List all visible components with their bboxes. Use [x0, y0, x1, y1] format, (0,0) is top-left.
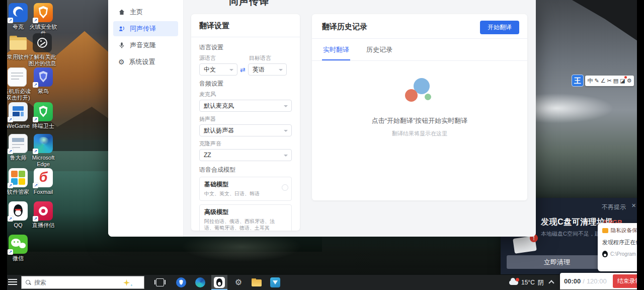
history-tabs: 实时翻译 历史记录 — [312, 39, 527, 61]
taskbar-item-guard[interactable] — [173, 275, 189, 290]
desktop-icon-label: 了解有关此图片的信息 — [28, 54, 56, 67]
taskbar-item-settings[interactable]: ⚙ — [230, 275, 247, 290]
qq-icon — [214, 277, 225, 288]
wechat-icon: ↗ — [9, 235, 28, 254]
desktop-icon-label: 鲁大师 — [4, 155, 32, 161]
close-icon[interactable]: × — [631, 201, 636, 209]
desktop-icon-wegame[interactable]: ↗ WeGame — [4, 102, 32, 129]
desktop-icon-label: 直播伴侣 — [29, 222, 57, 229]
basic-model-title: 基础模型 — [204, 180, 279, 189]
desktop-icon-image-info[interactable]: 了解有关此图片的信息 — [28, 33, 56, 67]
interpreter-app-window: 主页 同声传译 声音克隆 ⚙ 系统设置 同声传译 翻译设置 语言设置 — [108, 0, 536, 237]
search-icon — [26, 280, 31, 285]
desktop-icon-software-manager[interactable]: ↗ 软件管家 — [4, 168, 32, 195]
interpreter-icon — [118, 25, 125, 32]
shortcut-arrow-badge: ↗ — [33, 82, 38, 88]
desktop-icon-edge[interactable]: ↗ Microsoft Edge — [29, 134, 57, 168]
desktop-icon-wechat[interactable]: ↗ 微信 — [4, 235, 32, 262]
live-companion-icon: ↗ — [34, 201, 53, 221]
desktop-icon-label: Microsoft Edge — [29, 155, 57, 168]
sparkle-icon — [123, 279, 130, 286]
swap-languages-icon[interactable]: ⇄ — [240, 66, 246, 73]
desktop-icon-qq[interactable]: ↗ QQ — [4, 201, 32, 229]
dismiss-link[interactable]: 不再提示 — [602, 203, 626, 211]
sidebar-item-home[interactable]: 主页 — [113, 5, 178, 20]
desktop-icon-quark[interactable]: ↗ 夸克 — [4, 3, 32, 30]
microphone-icon — [118, 42, 125, 49]
taskbar-item-teal-app[interactable] — [267, 275, 283, 290]
desktop-icon-label: 装机后必读(双击打开) — [3, 88, 31, 101]
target-language-select[interactable]: 英语 — [248, 63, 287, 76]
tray-expand-icon[interactable] — [548, 280, 554, 285]
desktop-icon-foxmail[interactable]: б↗ Foxmail — [29, 168, 57, 195]
desktop-icon-label: 终端卫士 — [29, 123, 57, 129]
advanced-model-option[interactable]: 高级模型 阿拉伯语、俄语、西班牙语、法语、葡萄牙语、德语、土耳其语、荷兰语、乌克… — [199, 204, 292, 231]
shortcut-arrow-badge: ↗ — [33, 117, 38, 122]
desktop-icon-guard[interactable]: ↗ 终端卫士 — [29, 102, 57, 129]
tab-history[interactable]: 历史记录 — [365, 39, 393, 60]
basic-model-option[interactable]: 基础模型 中文、英文、日语、韩语 — [199, 177, 292, 201]
sidebar-item-system-settings[interactable]: ⚙ 系统设置 — [113, 54, 178, 69]
brush-icon[interactable]: ◪ — [620, 78, 625, 84]
app-content: 同声传译 翻译设置 语言设置 源语言 目标语言 中文 ⇄ 英语 音频设置 — [184, 0, 536, 237]
translation-history-card: 翻译历史记录 开始翻译 实时翻译 历史记录 点击“开始翻译”按钮开始实时翻译 翻… — [312, 14, 527, 200]
ruler-icon[interactable]: ∠ — [601, 78, 606, 84]
tab-realtime[interactable]: 实时翻译 — [322, 39, 350, 60]
desktop-icon-ludashi[interactable]: ↗ 鲁大师 — [4, 134, 32, 161]
task-view-icon[interactable] — [156, 278, 164, 286]
teal-app-icon — [270, 277, 280, 287]
sidebar-item-voice-clone[interactable]: 声音克隆 — [113, 38, 178, 53]
desktop-icon-readme[interactable]: 装机后必读(双击打开) — [3, 67, 31, 101]
total-time: 120:00 — [587, 277, 607, 285]
sidebar-item-interpretation[interactable]: 同声传译 — [113, 21, 178, 36]
app-sidebar: 主页 同声传译 声音克隆 ⚙ 系统设置 — [108, 0, 184, 237]
mic-label: 麦克风 — [199, 91, 292, 98]
recorder-logo-icon[interactable]: 王 — [572, 75, 584, 87]
desktop-icon-label: 夸克 — [4, 24, 32, 30]
desktop-icon-ziniao[interactable]: ↗ 紫鸟 — [29, 67, 57, 95]
edge-icon: ↗ — [34, 134, 53, 153]
shortcut-arrow-badge: ↗ — [8, 18, 13, 23]
weather-widget[interactable]: 15°C 阴 — [509, 275, 544, 290]
speaker-select[interactable]: 默认扬声器 — [199, 124, 292, 136]
sidebar-item-label: 同声传译 — [130, 24, 156, 33]
start-translation-button[interactable]: 开始翻译 — [480, 21, 519, 34]
panel-icon[interactable]: ▤ — [613, 78, 618, 84]
subtitle-icon[interactable]: 中 — [588, 78, 593, 84]
wegame-icon: ↗ — [9, 102, 28, 121]
search-box[interactable]: 搜索 — [21, 276, 144, 289]
empty-state-title: 点击“开始翻译”按钮开始实时翻译 — [312, 116, 527, 125]
huorong-security-icon: ↗ — [34, 3, 53, 22]
start-menu-icon[interactable] — [8, 279, 17, 286]
advanced-model-title: 高级模型 — [204, 208, 279, 216]
quark-browser-icon: ↗ — [9, 3, 28, 22]
taskbar-item-qq-active[interactable] — [211, 275, 227, 290]
desktop-icon-huorong[interactable]: ↗ 火绒安全软件 — [29, 3, 57, 37]
screen: ↗ 夸克 ↗ 火绒安全软件 常用软件 了解有关此图片的信息 装机后必读(双击打开… — [0, 0, 644, 290]
wallpaper-reflection — [181, 237, 302, 262]
cloud-icon — [509, 280, 518, 285]
orange-bubble — [405, 89, 418, 102]
toolbar-settings-icon[interactable]: ⚙ — [627, 78, 632, 84]
clone-voice-label: 克隆声音 — [199, 140, 292, 148]
desktop-icon-label: 微信 — [4, 255, 32, 262]
pen-icon[interactable]: ✎ — [595, 78, 599, 84]
time-separator: / — [583, 277, 585, 285]
taskbar-item-edge[interactable] — [192, 275, 208, 290]
source-language-select[interactable]: 中文 — [199, 63, 237, 76]
microphone-select[interactable]: 默认麦克风 — [199, 100, 292, 112]
clone-voice-select[interactable]: ZZ — [199, 149, 292, 161]
folder-icon — [252, 278, 262, 286]
scissors-icon[interactable]: ✂ — [607, 78, 612, 84]
radio-unchecked-icon[interactable] — [282, 184, 288, 191]
assistant-bubbles-illustration — [405, 78, 434, 103]
target-language-label: 目标语言 — [249, 54, 271, 62]
qq-icon: ↗ — [9, 201, 28, 221]
weather-temp: 15°C — [521, 279, 535, 286]
security-guard-icon: ↗ — [34, 102, 53, 121]
microphone-value: 默认麦克风 — [204, 102, 234, 109]
clean-now-button[interactable]: 立即清理 — [507, 255, 607, 269]
ziniao-browser-icon: ↗ — [34, 67, 53, 87]
desktop-icon-live-companion[interactable]: ↗ 直播伴侣 — [29, 201, 57, 229]
taskbar-item-explorer[interactable] — [249, 275, 265, 290]
